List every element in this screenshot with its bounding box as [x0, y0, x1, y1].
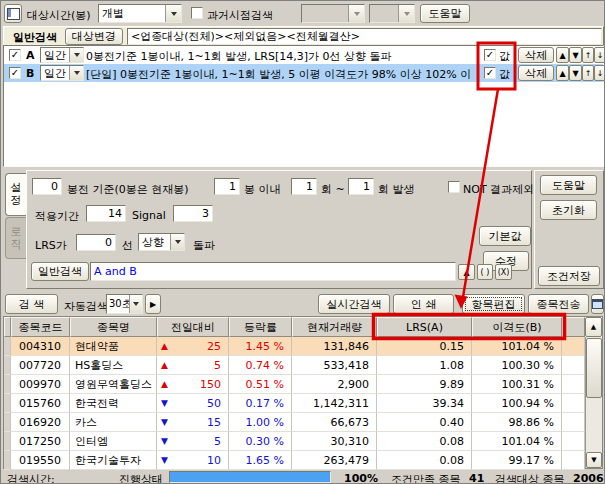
down-arrow-icon: ▼	[161, 455, 168, 465]
help-button-top[interactable]: 도움말	[420, 4, 470, 23]
up-arrow-icon: ▲	[161, 341, 168, 351]
condition-a-delete-button[interactable]: 삭제	[518, 47, 554, 63]
condition-b-delete-button[interactable]: 삭제	[518, 65, 554, 81]
expression-up-button[interactable]: ▲	[458, 264, 475, 280]
reset-button[interactable]: 초기화	[540, 200, 597, 220]
scrollbar-thumb[interactable]	[586, 338, 602, 398]
condition-row-b[interactable]: ✓ B 일간 [단일] 0봉전기준 1봉이내, 1~1회 발생, 5 이평 이격…	[4, 64, 603, 82]
header-lrs-a[interactable]: LRS(A)	[377, 317, 472, 337]
down-arrow-icon: ▼	[161, 436, 168, 446]
default-values-button[interactable]: 기본값	[479, 226, 531, 246]
edit-columns-button[interactable]: 항목편집	[462, 294, 525, 314]
condition-row-a[interactable]: ✓ A 일간 0봉전기준 1봉이내, 1~1회 발생, LRS[14,3]가 0…	[4, 46, 603, 64]
table-row[interactable]: 019550 한국기술투자 ▼10 1.65 % 263,479 0.08 99…	[4, 451, 585, 470]
universe-value: 2006	[573, 472, 604, 484]
cell-rate: 1.45 %	[229, 337, 292, 356]
cell-rate: 1.00 %	[229, 413, 292, 432]
condition-a-move-bottom-button[interactable]: ↓	[594, 47, 605, 63]
chevron-down-icon[interactable]	[69, 48, 83, 62]
bars-before-input[interactable]: 0	[32, 178, 62, 195]
target-time-combo[interactable]: 개별	[98, 4, 182, 23]
condition-a-description: 0봉전기준 1봉이내, 1~1회 발생, LRS[14,3]가 0선 상향 돌파	[86, 49, 473, 64]
condition-a-move-top-button[interactable]: ↑	[582, 47, 594, 63]
table-row[interactable]: 017250 인터엠 ▼5 0.30 % 30,310 0.08 101.04 …	[4, 432, 585, 451]
cell-code: 019550	[11, 451, 70, 470]
table-row[interactable]: 016920 카스 ▼15 1.00 % 66,673 0.40 98.86 %	[4, 413, 585, 432]
tab-logic[interactable]: 로직	[5, 217, 26, 259]
table-row[interactable]: 009970 영원무역홀딩스 ▲150 0.51 % 2,900 9.89 10…	[4, 375, 585, 394]
condition-b-value-checkbox[interactable]: ✓	[484, 67, 496, 79]
table-row[interactable]: 015760 한국전력 ▼50 0.17 % 1,142,311 39.34 1…	[4, 394, 585, 413]
occur-from-label: 회 ~	[321, 182, 345, 197]
condition-b-move-bottom-button[interactable]: ↓	[594, 65, 605, 81]
header-change[interactable]: 전일대비	[157, 317, 229, 337]
chevron-down-icon	[348, 5, 364, 22]
header-name[interactable]: 종목명	[70, 317, 157, 337]
chevron-down-icon[interactable]	[129, 295, 142, 313]
cell-rate: 0.74 %	[229, 356, 292, 375]
panel-toggle-button[interactable]	[4, 4, 22, 23]
expression-paren-button[interactable]: ( )	[477, 264, 493, 280]
expression-value: A and B	[94, 265, 137, 278]
scroll-up-button[interactable]: ▲	[585, 317, 602, 337]
lrs-label: LRS가	[35, 238, 67, 253]
expression-label-button[interactable]: 일반검색	[31, 262, 89, 281]
chevron-down-icon[interactable]	[170, 234, 184, 250]
expression-unparen-button[interactable]: (X)	[495, 264, 512, 280]
realtime-search-button[interactable]: 실시간검색	[318, 294, 390, 314]
play-icon: ▶	[150, 300, 156, 309]
tab-settings[interactable]: 설정	[5, 173, 26, 216]
condition-a-period-combo[interactable]: 일간	[40, 47, 84, 63]
occur-to-input[interactable]: 1	[348, 178, 374, 195]
header-volume[interactable]: 현재거래량	[292, 317, 377, 337]
condition-a-move-up-button[interactable]: ▲	[556, 47, 569, 63]
within-bars-input[interactable]: 1	[214, 178, 240, 195]
chevron-down-icon[interactable]	[69, 66, 83, 80]
table-row[interactable]: 004310 현대약품 ▲25 1.45 % 131,846 0.15 101.…	[4, 337, 585, 356]
target-scope-field[interactable]: <업종대상(전체)><제외없음><전체월결산>	[127, 28, 602, 45]
table-row[interactable]: 007720 HS홀딩스 ▲5 0.74 % 533,418 1.08 100.…	[4, 356, 585, 375]
popup-window-button[interactable]	[591, 294, 604, 314]
table-scrollbar[interactable]: ▼	[585, 337, 602, 468]
chevron-down-icon[interactable]	[165, 5, 181, 22]
condition-b-checkbox[interactable]: ✓	[9, 67, 21, 79]
auto-search-play-button[interactable]: ▶	[145, 294, 161, 314]
condition-a-value-checkbox[interactable]: ✓	[484, 49, 496, 61]
send-stocks-button[interactable]: 종목전송	[528, 294, 589, 314]
occur-from-input[interactable]: 1	[291, 178, 317, 195]
down-arrow-icon: ▼	[161, 417, 168, 427]
cell-change: ▲150	[157, 375, 229, 394]
past-search-checkbox[interactable]	[191, 7, 203, 19]
not-exclude-checkbox[interactable]	[448, 181, 460, 193]
header-rate[interactable]: 등락률	[229, 317, 292, 337]
print-button[interactable]: 인 쇄	[393, 294, 454, 314]
cell-disparity: 101.04 %	[472, 337, 562, 356]
table-body: 004310 현대약품 ▲25 1.45 % 131,846 0.15 101.…	[4, 337, 585, 470]
condition-search-window: 대상시간(봉) 개별 과거시점검색 도움말 일반검색 대상변경 <업종대상(전체…	[0, 0, 605, 484]
cell-disparity: 100.94 %	[472, 394, 562, 413]
save-condition-button[interactable]: 조건저장	[538, 266, 600, 286]
condition-a-move-down-button[interactable]: ▼	[569, 47, 582, 63]
apply-period-input[interactable]: 14	[86, 205, 126, 222]
condition-b-move-top-button[interactable]: ↑	[582, 65, 594, 81]
auto-search-interval-combo[interactable]: 30초	[106, 294, 143, 314]
cell-volume: 66,673	[292, 413, 377, 432]
condition-a-checkbox[interactable]: ✓	[9, 49, 21, 61]
header-code[interactable]: 종목코드	[11, 317, 70, 337]
condition-b-move-down-button[interactable]: ▼	[569, 65, 582, 81]
direction-combo[interactable]: 상향	[138, 233, 185, 251]
change-target-button[interactable]: 대상변경	[65, 28, 123, 45]
search-button[interactable]: 검 색	[5, 294, 58, 314]
condition-b-move-up-button[interactable]: ▲	[556, 65, 569, 81]
expression-field[interactable]: A and B	[90, 262, 456, 281]
signal-input[interactable]: 3	[173, 205, 213, 222]
help-button-settings[interactable]: 도움말	[540, 175, 597, 195]
results-table: 종목코드 종목명 전일대비 등락률 현재거래량 LRS(A) 이격도(B) ▲ …	[3, 316, 603, 469]
header-disparity-b[interactable]: 이격도(B)	[472, 317, 562, 337]
cell-code: 016920	[11, 413, 70, 432]
scroll-down-button[interactable]: ▼	[586, 452, 602, 468]
condition-b-period-combo[interactable]: 일간	[40, 65, 84, 81]
lrs-line-input[interactable]: 0	[76, 234, 116, 251]
past-search-label: 과거시점검색	[207, 8, 273, 23]
apply-period-label: 적용기간	[35, 209, 79, 224]
